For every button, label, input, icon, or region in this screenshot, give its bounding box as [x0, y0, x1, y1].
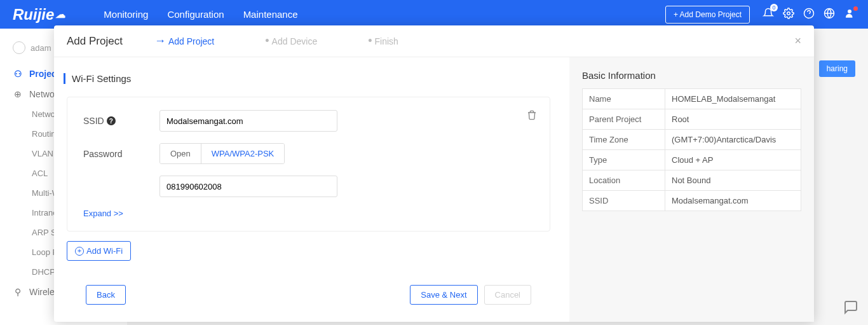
question-icon[interactable]: ? — [107, 116, 116, 125]
password-input[interactable] — [159, 176, 337, 197]
table-row: Time Zone(GMT+7:00)Antarctica/Davis — [583, 130, 801, 150]
info-value: Modalsemangat.com — [665, 191, 801, 211]
encryption-toggle: Open WPA/WPA2-PSK — [159, 143, 285, 164]
brand-logo: Ruijie ☁ — [13, 6, 65, 24]
expand-link[interactable]: Expand >> — [83, 209, 534, 218]
svg-point-3 — [848, 10, 851, 13]
info-key: Parent Project — [583, 109, 665, 130]
seg-open[interactable]: Open — [160, 144, 201, 163]
nav-monitoring[interactable]: Monitoring — [104, 9, 148, 20]
row-password-value — [83, 176, 534, 197]
notification-icon[interactable]: 0 — [763, 8, 774, 22]
wizard-steps: →Add Project •Add Device •Finish — [154, 34, 398, 48]
modal-footer: Back Save & Next Cancel — [67, 277, 550, 312]
svg-point-0 — [787, 11, 790, 15]
sharing-button[interactable]: haring — [819, 60, 855, 77]
info-value: Not Bound — [665, 170, 801, 191]
info-key: SSID — [583, 191, 665, 211]
notification-badge: 0 — [770, 4, 778, 11]
chat-icon[interactable] — [843, 300, 858, 319]
label-text: SSID — [83, 116, 104, 126]
step-label: Add Project — [168, 36, 214, 46]
globe-icon: ⊕ — [13, 89, 23, 99]
info-value: Cloud + AP — [665, 150, 801, 170]
table-row: SSIDModalsemangat.com — [583, 191, 801, 211]
top-bar: Ruijie ☁ Monitoring Configuration Mainte… — [0, 0, 868, 29]
add-project-modal: Add Project →Add Project •Add Device •Fi… — [54, 25, 814, 322]
info-key: Time Zone — [583, 130, 665, 150]
user-icon[interactable] — [844, 8, 855, 22]
topology-icon: ⚇ — [13, 69, 23, 79]
step-finish: •Finish — [368, 34, 398, 48]
back-button[interactable]: Back — [86, 285, 126, 305]
nav-maintenance[interactable]: Maintenance — [243, 9, 298, 20]
wifi-icon: ⚲ — [13, 287, 23, 297]
add-demo-project-button[interactable]: + Add Demo Project — [665, 6, 750, 24]
modal-title: Add Project — [67, 35, 123, 48]
step-add-device: •Add Device — [265, 34, 317, 48]
globe-icon[interactable] — [824, 8, 835, 22]
info-key: Name — [583, 89, 665, 109]
trash-icon[interactable] — [527, 110, 537, 123]
add-wifi-button[interactable]: + Add Wi-Fi — [67, 241, 131, 261]
info-value: (GMT+7:00)Antarctica/Davis — [665, 130, 801, 150]
step-label: Add Device — [272, 36, 318, 46]
table-row: TypeCloud + AP — [583, 150, 801, 170]
modal-body: Wi-Fi Settings SSID ? Password Open — [54, 57, 814, 322]
gear-icon[interactable] — [783, 8, 794, 22]
nav-configuration[interactable]: Configuration — [167, 9, 224, 20]
save-next-button[interactable]: Save & Next — [410, 285, 477, 305]
ssid-input[interactable] — [159, 110, 337, 132]
form-area: Wi-Fi Settings SSID ? Password Open — [54, 57, 569, 322]
info-key: Location — [583, 170, 665, 191]
ssid-label: SSID ? — [83, 116, 159, 126]
wifi-card: SSID ? Password Open WPA/WPA2-PSK E — [67, 97, 550, 232]
step-add-project: →Add Project — [154, 34, 214, 48]
table-row: NameHOMELAB_Modalsemangat — [583, 89, 801, 109]
add-wifi-label: Add Wi-Fi — [86, 246, 123, 256]
seg-wpa[interactable]: WPA/WPA2-PSK — [201, 144, 284, 163]
table-row: LocationNot Bound — [583, 170, 801, 191]
top-nav: Monitoring Configuration Maintenance — [104, 9, 665, 20]
info-title: Basic Information — [582, 70, 801, 81]
help-icon[interactable] — [803, 8, 815, 22]
alert-dot-icon — [853, 6, 858, 11]
modal-header: Add Project →Add Project •Add Device •Fi… — [54, 25, 814, 57]
row-ssid: SSID ? — [83, 110, 534, 132]
row-password: Password Open WPA/WPA2-PSK — [83, 143, 534, 164]
cancel-button[interactable]: Cancel — [484, 285, 531, 305]
avatar-icon — [13, 41, 25, 54]
sidebar-user-name: adam — [31, 43, 51, 53]
info-table: NameHOMELAB_ModalsemangatParent ProjectR… — [582, 88, 801, 211]
step-label: Finish — [374, 36, 398, 46]
table-row: Parent ProjectRoot — [583, 109, 801, 130]
info-panel: Basic Information NameHOMELAB_Modalseman… — [569, 57, 814, 322]
brand-text: Ruijie — [13, 6, 54, 24]
password-label: Password — [83, 149, 159, 159]
info-key: Type — [583, 150, 665, 170]
plus-icon: + — [75, 247, 84, 256]
top-icon-group: 0 — [763, 8, 855, 22]
info-value: HOMELAB_Modalsemangat — [665, 89, 801, 109]
section-wifi-settings: Wi-Fi Settings — [64, 73, 550, 84]
info-value: Root — [665, 109, 801, 130]
cloud-icon: ☁ — [55, 8, 65, 20]
close-icon[interactable]: × — [794, 34, 801, 48]
